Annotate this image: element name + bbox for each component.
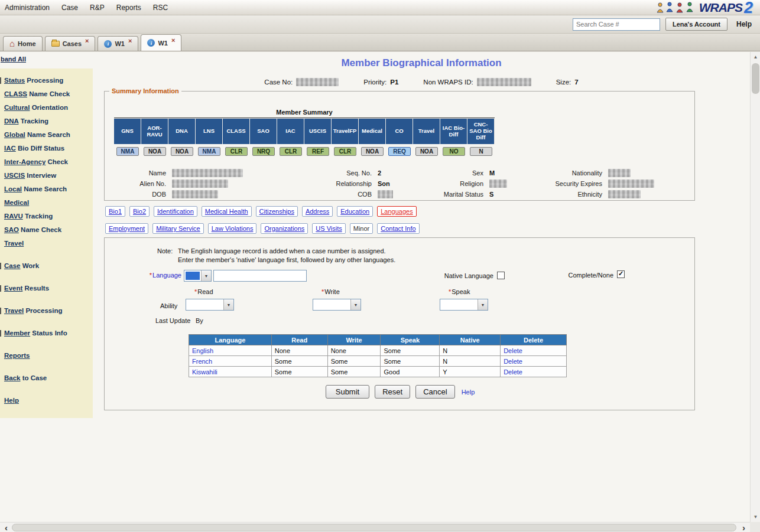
sidebar-item-status-processing[interactable]: Status Processing: [4, 74, 90, 87]
subtab-education[interactable]: Education: [337, 206, 373, 217]
sidebar-item-reports[interactable]: Reports: [4, 349, 90, 363]
priority-value: P1: [390, 79, 398, 86]
detail-nationality: Nationality: [543, 168, 654, 178]
summary-col-class: CLASS: [223, 118, 250, 144]
details-column-2: Seq. No.2RelationshipSonCOB: [313, 168, 393, 200]
cancel-button[interactable]: Cancel: [415, 385, 454, 399]
note-line1: The English language record is added whe…: [178, 247, 386, 254]
language-link[interactable]: English: [192, 347, 213, 354]
summary-badge-cell: REQ: [386, 147, 413, 156]
sidebar-item-medical[interactable]: Medical: [4, 196, 90, 210]
vertical-scroll-thumb[interactable]: [752, 63, 759, 94]
close-icon[interactable]: ×: [171, 37, 175, 44]
vertical-scrollbar[interactable]: ▲ ▼: [750, 52, 760, 522]
tab-w1-3[interactable]: iW1×: [98, 36, 138, 51]
language-link[interactable]: Kiswahili: [192, 368, 217, 376]
delete-link[interactable]: Delete: [504, 358, 522, 365]
tab-w1-4[interactable]: iW1×: [141, 34, 181, 51]
sidebar-item-label: Travel: [4, 240, 24, 247]
subtab-bio2[interactable]: Bio2: [129, 206, 150, 217]
subtab-us-visits[interactable]: US Visits: [312, 223, 345, 234]
detail-value: S: [489, 191, 493, 198]
sidebar-item-inter-agency-check[interactable]: Inter-Agency Check: [4, 155, 90, 169]
subtab-citizenships[interactable]: Citizenships: [256, 206, 298, 217]
subtab-military-service[interactable]: Military Service: [152, 223, 204, 234]
delete-link[interactable]: Delete: [504, 347, 522, 354]
subtab-address[interactable]: Address: [302, 206, 333, 217]
tab-home-1[interactable]: ⌂Home: [3, 36, 43, 51]
subtab-organizations[interactable]: Organizations: [261, 223, 308, 234]
native-language-checkbox[interactable]: [497, 272, 505, 279]
subtab-bio1[interactable]: Bio1: [105, 206, 125, 217]
write-ability-select[interactable]: ▼: [313, 299, 361, 311]
help-menu[interactable]: Help: [733, 20, 755, 28]
sidebar-item-back-to-case[interactable]: Back to Case: [4, 371, 90, 385]
language-link[interactable]: French: [192, 358, 212, 365]
language-select[interactable]: ▼: [184, 270, 212, 282]
sidebar-item-member-status-info[interactable]: Member Status Info: [4, 327, 90, 340]
write-label: *Write: [321, 288, 340, 295]
delete-link[interactable]: Delete: [504, 368, 522, 376]
scroll-right-icon[interactable]: ›: [739, 523, 749, 532]
sidebar-item-cultural-orientation[interactable]: Cultural Orientation: [4, 101, 90, 115]
subtab-employment[interactable]: Employment: [105, 223, 148, 234]
detail-security-expires: Security Expires: [543, 178, 654, 189]
submit-button[interactable]: Submit: [326, 385, 369, 399]
menu-item-rsc[interactable]: RSC: [153, 4, 168, 12]
subtab-languages[interactable]: Languages: [377, 206, 416, 217]
menu-item-r-p[interactable]: R&P: [90, 4, 105, 12]
language-row-kiswahili: KiswahiliSomeSomeGoodYDelete: [189, 367, 567, 377]
summary-badge-cell: NOA: [168, 147, 196, 156]
read-ability-select[interactable]: ▼: [186, 299, 234, 311]
sidebar-item-global-name-search[interactable]: Global Name Search: [4, 128, 90, 142]
status-badge-travelfp: CLR: [334, 147, 356, 156]
subtab-law-violations[interactable]: Law Violations: [208, 223, 257, 234]
detail-value: 2: [378, 169, 381, 177]
sidebar-item-sao-name-check[interactable]: SAO Name Check: [4, 223, 90, 237]
close-icon[interactable]: ×: [85, 37, 89, 44]
sidebar-item-ravu-tracking[interactable]: RAVU Tracking: [4, 210, 90, 223]
scroll-up-icon[interactable]: ▲: [751, 52, 760, 62]
tab-cases-2[interactable]: Cases×: [45, 36, 96, 51]
cell-write: None: [327, 345, 381, 356]
speak-ability-select[interactable]: ▼: [440, 299, 488, 311]
menu-item-reports[interactable]: Reports: [116, 4, 141, 12]
sidebar-item-class-name-check[interactable]: CLASS Name Check: [4, 87, 90, 101]
tab-label: W1: [158, 40, 168, 47]
scroll-left-icon[interactable]: ‹: [1, 523, 11, 532]
sidebar-item-travel-processing[interactable]: Travel Processing: [4, 304, 90, 318]
sidebar-item-help[interactable]: Help: [4, 394, 90, 407]
expand-all-link[interactable]: band All: [1, 56, 93, 63]
note-label: Note:: [157, 247, 173, 254]
account-button[interactable]: Lena's Account: [665, 18, 727, 31]
sidebar-item-local-name-search[interactable]: Local Name Search: [4, 182, 90, 196]
sidebar-item-iac-bio-diff-status[interactable]: IAC Bio Diff Status: [4, 142, 90, 155]
sidebar-item-uscis-interview[interactable]: USCIS Interview: [4, 169, 90, 182]
detail-label: Name: [114, 169, 172, 177]
menu-item-administration[interactable]: Administration: [5, 4, 50, 12]
language-input[interactable]: [213, 270, 307, 282]
sidebar-item-dna-tracking[interactable]: DNA Tracking: [4, 115, 90, 128]
search-case-input[interactable]: [573, 18, 660, 31]
complete-none-checkbox[interactable]: [617, 270, 625, 278]
horizontal-scrollbar[interactable]: ‹ ›: [0, 522, 750, 532]
logo-people-icon: [656, 1, 697, 14]
cell-write: Some: [327, 356, 381, 367]
subtab-contact-info[interactable]: Contact Info: [377, 223, 419, 234]
detail-seq-no: Seq. No.2: [313, 168, 393, 178]
reset-button[interactable]: Reset: [375, 385, 410, 399]
sidebar-item-case-work[interactable]: Case Work: [4, 259, 90, 273]
status-badge-cnc-sao-bio-diff: N: [470, 147, 492, 156]
sidebar-group: Help: [4, 394, 90, 407]
subtab-minor[interactable]: Minor: [350, 223, 373, 234]
horizontal-scroll-thumb[interactable]: [12, 524, 736, 531]
sidebar-item-travel[interactable]: Travel: [4, 237, 90, 250]
close-icon[interactable]: ×: [128, 37, 132, 44]
menu-item-case[interactable]: Case: [61, 4, 78, 12]
subtab-identification[interactable]: Identification: [154, 206, 197, 217]
subtabs-row2: EmploymentMilitary ServiceLaw Violations…: [105, 223, 420, 234]
help-link[interactable]: Help: [462, 389, 475, 396]
scroll-down-icon[interactable]: ▼: [751, 512, 760, 522]
subtab-medical-health[interactable]: Medical Health: [202, 206, 252, 217]
sidebar-item-event-results[interactable]: Event Results: [4, 282, 90, 295]
